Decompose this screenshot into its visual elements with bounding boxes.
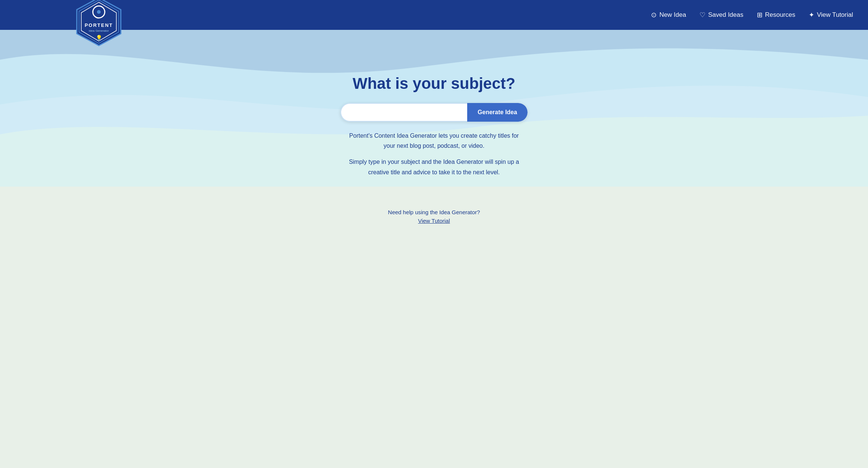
nav-saved-ideas-label: Saved Ideas [708,11,743,19]
nav-resources-label: Resources [765,11,795,19]
nav-new-idea[interactable]: ⊙ New Idea [651,11,686,19]
description-1: Portent's Content Idea Generator lets yo… [348,131,520,151]
new-idea-icon: ⊙ [651,12,657,18]
description-block: Portent's Content Idea Generator lets yo… [348,131,520,183]
view-tutorial-icon: ✦ [809,12,814,18]
resources-icon: ⊞ [757,12,762,18]
generate-button[interactable]: Generate Idea [467,103,528,122]
nav: ⊙ New Idea ♡ Saved Ideas ⊞ Resources ✦ V… [651,11,853,19]
nav-new-idea-label: New Idea [659,11,686,19]
saved-ideas-icon: ♡ [699,12,705,18]
svg-text:PORTENT: PORTENT [85,22,113,28]
logo[interactable]: PORTENT Idea Generator 💡 [75,0,123,52]
tutorial-link[interactable]: View Tutorial [418,218,450,224]
page-title: What is your subject? [353,75,515,93]
nav-saved-ideas[interactable]: ♡ Saved Ideas [699,11,743,19]
nav-view-tutorial-label: View Tutorial [817,11,853,19]
idea-form: Generate Idea [340,103,528,122]
main-content: What is your subject? Generate Idea Port… [0,30,868,183]
svg-text:💡: 💡 [96,35,103,41]
help-text: Need help using the Idea Generator? [388,209,480,215]
header: PORTENT Idea Generator 💡 ⊙ New Idea ♡ Sa… [0,0,868,30]
hero-section: What is your subject? Generate Idea Port… [0,30,868,187]
svg-text:Idea Generator: Idea Generator [89,29,109,32]
nav-resources[interactable]: ⊞ Resources [757,11,795,19]
lower-section: Need help using the Idea Generator? View… [0,187,868,299]
svg-point-4 [97,10,101,14]
nav-view-tutorial[interactable]: ✦ View Tutorial [809,11,853,19]
description-2: Simply type in your subject and the Idea… [348,157,520,177]
subject-input[interactable] [340,103,467,122]
